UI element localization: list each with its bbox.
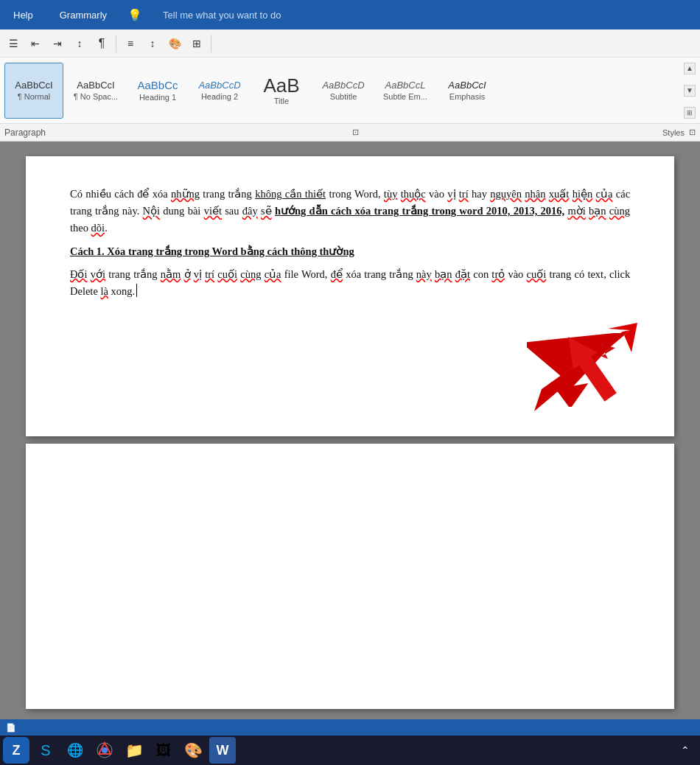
style-title-label: Title [274,97,289,105]
taskbar-chrome[interactable] [91,737,118,764]
style-subtitle[interactable]: AaBbCcD Subtitle [314,63,373,119]
styles-scrollbar: ▲ ▼ ⊞ [684,63,696,119]
pilcrow-btn[interactable]: ¶ [91,33,112,54]
style-h2-preview: AaBbCcD [198,80,240,91]
style-subtitle-preview: AaBbCcD [322,80,364,91]
taskbar-chevron-up[interactable]: ⌃ [673,738,697,762]
style-h1-label: Heading 1 [139,93,176,102]
indent-decrease-btn[interactable]: ⇤ [25,33,46,54]
paragraph-heading: Cách 1. Xóa trang trắng trong Word bằng … [70,243,630,260]
red-arrow-svg [534,323,645,411]
style-emphasis-label: Emphasis [449,92,485,101]
style-h2-label: Heading 2 [201,92,238,101]
document-area: Có nhiều cách để xóa những trang trắng k… [0,142,700,736]
styles-expand[interactable]: ⊞ [684,107,696,119]
indent-increase-btn[interactable]: ⇥ [47,33,68,54]
style-heading1[interactable]: AaBbCc Heading 1 [128,63,187,119]
lightbulb-icon: 💡 [127,8,142,22]
style-normal-preview: AaBbCcI [15,80,52,91]
taskbar-word[interactable]: W [209,737,236,764]
align-left-btn[interactable]: ≡ [120,33,141,54]
chrome-icon [96,741,113,759]
red-arrow-indicator [527,333,630,407]
paragraph-bar: Paragraph ⊡ Styles ⊡ [0,124,700,142]
svg-marker-3 [534,330,630,411]
style-subtleem[interactable]: AaBbCcL Subtle Em... [376,63,435,119]
toolbar-row: ☰ ⇤ ⇥ ↕ ¶ ≡ ↕ 🎨 ⊞ [0,29,700,57]
paragraph-2: Đối với trang trắng nằm ở vị trí cuối cù… [70,266,630,300]
top-bar: Help Grammarly 💡 Tell me what you want t… [0,0,700,29]
help-menu[interactable]: Help [7,7,39,24]
style-emphasis-preview: AaBbCcI [448,80,486,91]
toolbar-separator-1 [116,35,116,52]
style-emphasis[interactable]: AaBbCcI Emphasis [438,63,497,119]
grammarly-menu[interactable]: Grammarly [54,7,113,24]
style-normal[interactable]: AaBbCcI ¶ Normal [4,63,63,119]
styles-row: AaBbCcI ¶ Normal AaBbCcI ¶ No Spac... Aa… [0,57,700,124]
taskbar-zoom[interactable]: Z [3,737,29,764]
svg-marker-1 [542,344,615,392]
taskbar: Z S 🌐 📁 🖼 🎨 W ⌃ [0,736,700,765]
paragraph-expand-btn[interactable]: ⊡ [352,128,359,137]
style-title[interactable]: AaB Title [252,63,311,119]
svg-marker-4 [556,329,623,406]
text-cursor [136,284,137,297]
line-spacing-btn[interactable]: ↕ [142,33,163,54]
borders-btn[interactable]: ⊞ [186,33,207,54]
style-title-preview: AaB [263,76,299,95]
svg-marker-2 [534,323,637,411]
page-2-blank [26,444,674,709]
styles-bar-label: Styles [662,128,685,137]
styles-scroll-up[interactable]: ▲ [684,63,696,74]
taskbar-photos[interactable]: 🖼 [150,737,177,764]
search-box[interactable]: Tell me what you want to do [157,7,287,24]
style-nospace[interactable]: AaBbCcI ¶ No Spac... [66,63,125,119]
arrow-container [534,323,645,414]
taskbar-paint3d[interactable]: 🎨 [180,737,206,764]
styles-expand-btn[interactable]: ⊡ [689,128,696,137]
style-nospace-preview: AaBbCcI [77,80,114,91]
paragraph-1: Có nhiều cách để xóa những trang trắng k… [70,186,630,237]
style-nospace-label: ¶ No Spac... [74,92,118,101]
toolbar-separator-2 [211,35,211,52]
paragraph-label: Paragraph [4,128,46,138]
taskbar-edge[interactable]: 🌐 [62,737,88,764]
taskbar-skype[interactable]: S [32,737,59,764]
style-subtitle-label: Subtitle [330,92,357,101]
taskbar-explorer[interactable]: 📁 [121,737,147,764]
styles-scroll-down[interactable]: ▼ [684,85,696,97]
page-content[interactable]: Có nhiều cách để xóa những trang trắng k… [70,186,630,300]
style-normal-label: ¶ Normal [18,92,50,101]
style-h1-preview: AaBbCc [137,79,178,91]
shading-btn[interactable]: 🎨 [164,33,185,54]
svg-marker-0 [527,333,630,407]
style-subtle-preview: AaBbCcL [385,80,426,91]
style-heading2[interactable]: AaBbCcD Heading 2 [190,63,249,119]
page-indicator-icon: 📄 [6,723,16,733]
styles-container: AaBbCcI ¶ Normal AaBbCcI ¶ No Spac... Aa… [4,63,684,119]
sort-btn[interactable]: ↕ [69,33,90,54]
style-subtle-label: Subtle Em... [383,92,427,101]
status-bar: 📄 [0,719,700,736]
list-bullet-btn[interactable]: ☰ [3,33,24,54]
page-1: Có nhiều cách để xóa những trang trắng k… [26,156,674,436]
